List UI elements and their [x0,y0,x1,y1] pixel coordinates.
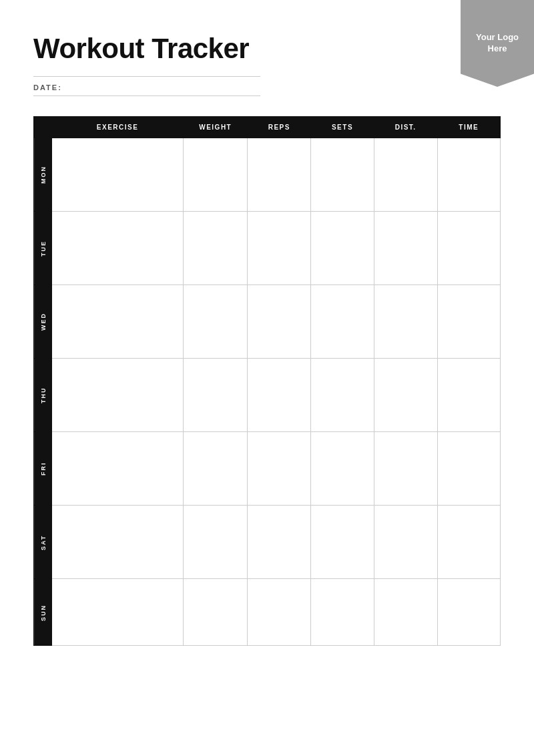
cell-tue-reps[interactable] [248,212,311,285]
day-label-mon: MON [34,138,52,212]
cell-fri-sets[interactable] [311,432,374,506]
cell-sat-sets[interactable] [311,506,374,579]
cell-fri-dist[interactable] [374,432,437,506]
cell-wed-sets[interactable] [311,285,374,359]
cell-wed-exercise[interactable] [52,285,184,359]
col-header-exercise: EXERCISE [52,117,184,138]
table-row: SUN [34,579,501,646]
cell-wed-weight[interactable] [184,285,248,359]
cell-thu-dist[interactable] [374,359,437,432]
date-underline [33,96,260,96]
day-header-spacer [34,117,52,138]
cell-wed-dist[interactable] [374,285,437,359]
cell-sun-reps[interactable] [248,579,311,646]
cell-sun-exercise[interactable] [52,579,184,646]
day-label-wed: WED [34,285,52,359]
cell-mon-exercise[interactable] [52,138,184,212]
cell-thu-sets[interactable] [311,359,374,432]
cell-tue-sets[interactable] [311,212,374,285]
header: Workout Tracker DATE: [33,33,501,96]
logo-banner: Your LogoHere [461,0,534,87]
table-row: MON [34,138,501,212]
cell-fri-exercise[interactable] [52,432,184,506]
cell-tue-dist[interactable] [374,212,437,285]
day-label-tue: TUE [34,212,52,285]
cell-sun-time[interactable] [437,579,501,646]
day-label-sun: SUN [34,579,52,646]
cell-tue-exercise[interactable] [52,212,184,285]
table-row: THU [34,359,501,432]
cell-sun-weight[interactable] [184,579,248,646]
col-header-weight: WEIGHT [184,117,248,138]
cell-sat-weight[interactable] [184,506,248,579]
cell-mon-reps[interactable] [248,138,311,212]
cell-wed-reps[interactable] [248,285,311,359]
cell-wed-time[interactable] [437,285,501,359]
divider-line [33,76,260,77]
cell-fri-time[interactable] [437,432,501,506]
cell-tue-time[interactable] [437,212,501,285]
col-header-time: TIME [437,117,501,138]
cell-sat-exercise[interactable] [52,506,184,579]
table-row: SAT [34,506,501,579]
cell-sun-sets[interactable] [311,579,374,646]
cell-thu-exercise[interactable] [52,359,184,432]
cell-tue-weight[interactable] [184,212,248,285]
cell-sat-dist[interactable] [374,506,437,579]
cell-mon-dist[interactable] [374,138,437,212]
day-label-thu: THU [34,359,52,432]
page-title: Workout Tracker [33,33,501,64]
cell-fri-reps[interactable] [248,432,311,506]
day-label-fri: FRI [34,432,52,506]
cell-thu-weight[interactable] [184,359,248,432]
cell-thu-reps[interactable] [248,359,311,432]
logo-text: Your LogoHere [471,32,524,55]
date-label: DATE: [33,83,501,91]
col-header-sets: SETS [311,117,374,138]
workout-table: EXERCISE WEIGHT REPS SETS DIST. TIME MON… [33,116,501,646]
cell-sat-time[interactable] [437,506,501,579]
page: Your LogoHere Workout Tracker DATE: EXER… [0,0,534,756]
cell-mon-sets[interactable] [311,138,374,212]
col-header-reps: REPS [248,117,311,138]
table-row: TUE [34,212,501,285]
cell-thu-time[interactable] [437,359,501,432]
cell-mon-weight[interactable] [184,138,248,212]
col-header-dist: DIST. [374,117,437,138]
table-row: FRI [34,432,501,506]
cell-sun-dist[interactable] [374,579,437,646]
cell-fri-weight[interactable] [184,432,248,506]
table-row: WED [34,285,501,359]
day-label-sat: SAT [34,506,52,579]
cell-mon-time[interactable] [437,138,501,212]
cell-sat-reps[interactable] [248,506,311,579]
